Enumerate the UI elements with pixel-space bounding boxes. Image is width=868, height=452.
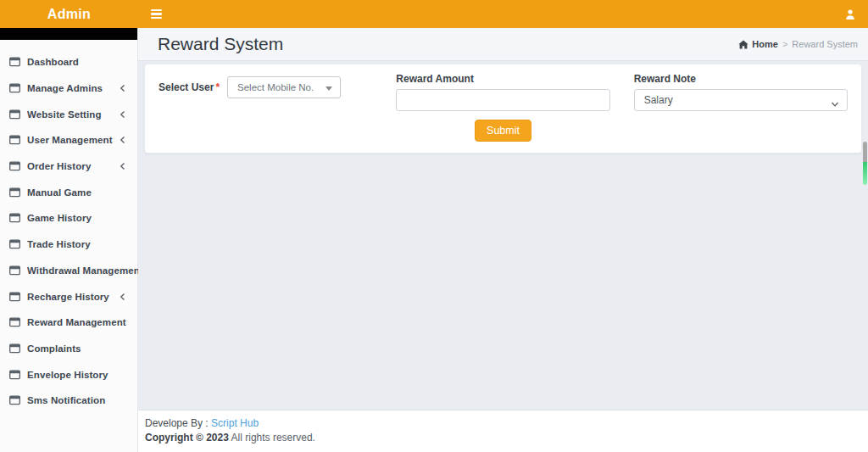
reward-amount-input[interactable] bbox=[396, 89, 609, 111]
sidebar-item-manual-game[interactable]: Manual Game bbox=[0, 179, 137, 205]
select-user-placeholder: Select Mobile No. bbox=[237, 82, 314, 92]
sidebar-item-withdrawal-management[interactable]: Withdrawal Management bbox=[0, 258, 137, 284]
breadcrumb-separator: > bbox=[782, 39, 787, 49]
window-icon bbox=[9, 317, 20, 327]
content-empty-area bbox=[138, 153, 868, 410]
copyright-bold: Copyright © 2023 bbox=[145, 432, 229, 444]
sidebar-item-label: User Management bbox=[27, 135, 113, 145]
chevron-left-icon bbox=[120, 136, 129, 144]
sidebar-item-recharge-history[interactable]: Recharge History bbox=[0, 283, 137, 310]
window-icon bbox=[9, 213, 20, 223]
sidebar-item-envelope-history[interactable]: Envelope History bbox=[0, 361, 137, 388]
window-icon bbox=[9, 239, 20, 249]
sidebar-item-sms-notification[interactable]: Sms Notification bbox=[0, 388, 137, 414]
reward-amount-field: Reward Amount bbox=[396, 73, 609, 111]
submit-row: Submit bbox=[159, 120, 848, 142]
chevron-left-icon bbox=[120, 110, 129, 119]
page-footer: Develope By : Script Hub Copyright © 202… bbox=[138, 410, 868, 452]
scrollbar-thumb-gray[interactable] bbox=[863, 142, 867, 162]
sidebar-item-label: Game History bbox=[27, 213, 92, 223]
sidebar-item-order-history[interactable]: Order History bbox=[0, 153, 137, 180]
sidebar-item-label: Manage Admins bbox=[27, 83, 103, 93]
sidebar-item-reward-management[interactable]: Reward Management bbox=[0, 310, 137, 336]
sidebar-nav: Dashboard Manage Admins Website Setting bbox=[0, 40, 137, 414]
reward-note-select[interactable]: Salary bbox=[634, 89, 848, 111]
top-navbar: Admin bbox=[0, 0, 868, 28]
copyright-rest: All rights reserved. bbox=[229, 432, 315, 444]
caret-down-icon bbox=[326, 86, 332, 91]
reward-form-card: Select User* Select Mobile No. Reward Am… bbox=[144, 64, 862, 153]
scrollbar-thumb-green[interactable] bbox=[863, 162, 867, 185]
reward-note-field: Reward Note Salary bbox=[634, 73, 848, 111]
breadcrumb-home-label: Home bbox=[752, 39, 778, 49]
sidebar-item-label: Dashboard bbox=[27, 57, 79, 67]
sidebar: Dashboard Manage Admins Website Setting bbox=[0, 28, 138, 452]
window-icon bbox=[9, 109, 20, 120]
person-icon bbox=[844, 8, 856, 20]
chevron-left-icon bbox=[120, 293, 129, 301]
window-icon bbox=[9, 265, 20, 276]
window-icon bbox=[9, 135, 20, 145]
breadcrumb-current: Reward System bbox=[792, 39, 858, 49]
breadcrumb: Home > Reward System bbox=[738, 39, 858, 49]
scrollbar[interactable] bbox=[863, 142, 867, 213]
sidebar-item-label: Order History bbox=[27, 161, 91, 171]
sidebar-item-label: Trade History bbox=[27, 239, 91, 249]
reward-amount-label: Reward Amount bbox=[396, 73, 609, 85]
sidebar-logo-bar bbox=[0, 28, 137, 40]
sidebar-item-complaints[interactable]: Complaints bbox=[0, 336, 137, 362]
hamburger-menu-icon[interactable] bbox=[145, 3, 167, 25]
chevron-left-icon bbox=[120, 162, 129, 170]
window-icon bbox=[9, 370, 20, 380]
window-icon bbox=[9, 161, 20, 171]
reward-note-selected-value: Salary bbox=[644, 94, 673, 106]
sidebar-item-website-setting[interactable]: Website Setting bbox=[0, 101, 137, 127]
page-title: Reward System bbox=[158, 34, 283, 54]
main-content: Reward System Home > Reward System Selec… bbox=[138, 28, 868, 452]
window-icon bbox=[9, 395, 20, 405]
select-user-field: Select User* Select Mobile No. bbox=[159, 76, 372, 98]
required-asterisk: * bbox=[215, 81, 220, 93]
window-icon bbox=[9, 343, 20, 354]
sidebar-item-dashboard[interactable]: Dashboard bbox=[0, 49, 137, 75]
sidebar-item-game-history[interactable]: Game History bbox=[0, 205, 137, 232]
developed-by-text: Develope By : bbox=[145, 417, 211, 429]
sidebar-item-manage-admins[interactable]: Manage Admins bbox=[0, 75, 137, 102]
sidebar-item-label: Manual Game bbox=[27, 187, 92, 198]
sidebar-item-label: Recharge History bbox=[27, 292, 109, 302]
home-icon bbox=[738, 40, 748, 49]
window-icon bbox=[9, 187, 20, 198]
brand-title: Admin bbox=[0, 7, 138, 22]
sidebar-item-label: Withdrawal Management bbox=[27, 265, 143, 276]
breadcrumb-home-link[interactable]: Home bbox=[738, 39, 778, 49]
select-user-label: Select User* bbox=[159, 81, 220, 93]
window-icon bbox=[9, 83, 20, 93]
form-row: Select User* Select Mobile No. Reward Am… bbox=[159, 73, 848, 111]
chevron-down-icon bbox=[831, 97, 839, 112]
content-header: Reward System Home > Reward System bbox=[138, 28, 868, 61]
sidebar-item-label: Complaints bbox=[27, 343, 81, 354]
script-hub-link[interactable]: Script Hub bbox=[211, 417, 259, 429]
submit-button[interactable]: Submit bbox=[475, 120, 531, 142]
window-icon bbox=[9, 292, 20, 302]
sidebar-item-label: Sms Notification bbox=[27, 395, 105, 405]
developed-by-line: Develope By : Script Hub bbox=[145, 417, 860, 429]
chevron-left-icon bbox=[120, 84, 129, 92]
user-account-icon[interactable] bbox=[844, 8, 856, 20]
sidebar-item-label: Website Setting bbox=[27, 109, 102, 120]
sidebar-item-label: Reward Management bbox=[27, 317, 126, 327]
reward-note-label: Reward Note bbox=[634, 73, 848, 85]
sidebar-item-trade-history[interactable]: Trade History bbox=[0, 232, 137, 258]
sidebar-item-label: Envelope History bbox=[27, 370, 108, 380]
select-user-dropdown[interactable]: Select Mobile No. bbox=[227, 76, 341, 98]
copyright-line: Copyright © 2023 All rights reserved. bbox=[145, 432, 860, 444]
window-icon bbox=[9, 57, 20, 67]
sidebar-item-user-management[interactable]: User Management bbox=[0, 127, 137, 153]
